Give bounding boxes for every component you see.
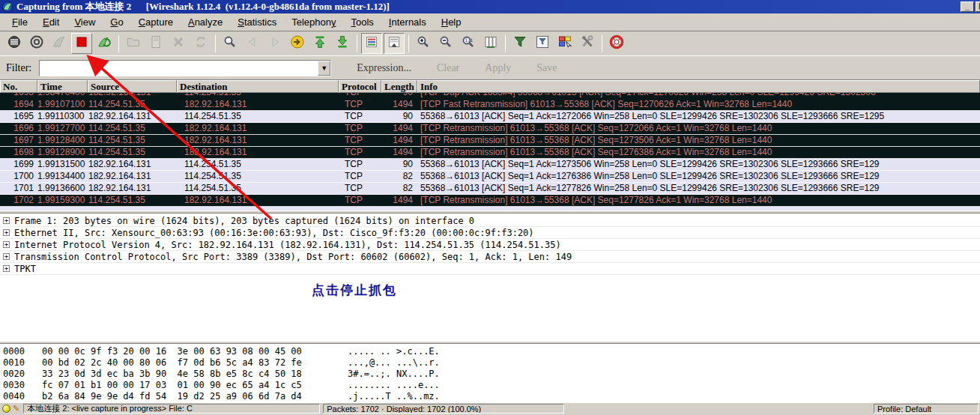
- packet-cell-time: 1.99136600: [37, 183, 88, 194]
- toolbar-separator: [505, 34, 506, 52]
- hex-row[interactable]: 002033 23 0d 3d ec ba 3b 90 4e 58 8b e5 …: [3, 369, 980, 380]
- stop-capture-button[interactable]: [71, 33, 92, 54]
- menu-item-go[interactable]: Go: [103, 14, 130, 30]
- hex-row[interactable]: 001000 bd 02 2c 40 00 80 06 f7 0d b6 5c …: [3, 357, 980, 369]
- menu-item-analyze[interactable]: Analyze: [181, 14, 230, 30]
- auto-scroll-icon: [387, 34, 402, 52]
- find-packet-button[interactable]: [220, 33, 241, 54]
- packet-cell-no: 1698: [0, 147, 37, 158]
- packet-cell-time: 1.99159300: [37, 195, 88, 206]
- packet-cell-len: 1494: [381, 147, 417, 158]
- reload-file-icon: [193, 34, 208, 52]
- packet-cell-dst: 182.92.164.131: [177, 147, 339, 158]
- expand-plus-icon[interactable]: +: [3, 253, 10, 260]
- capture-options-button[interactable]: [26, 33, 47, 54]
- capture-file-edit-icon[interactable]: ✎: [13, 405, 19, 413]
- packet-cell-proto: TCP: [339, 111, 381, 122]
- filter-input[interactable]: [40, 61, 318, 76]
- apply-button[interactable]: Apply: [485, 62, 511, 74]
- packet-row[interactable]: 17021.99159300114.254.51.35182.92.164.13…: [0, 195, 980, 207]
- expand-plus-icon[interactable]: +: [3, 265, 10, 272]
- packet-cell-proto: TCP: [339, 93, 381, 99]
- packet-cell-time: 1.99128900: [37, 147, 88, 158]
- capture-filters-button[interactable]: [509, 33, 530, 54]
- packet-row[interactable]: 16951.99110300182.92.164.131114.254.51.3…: [0, 111, 980, 123]
- maximize-button[interactable]: ❐: [976, 1, 980, 12]
- menu-item-internals[interactable]: Internals: [381, 14, 434, 30]
- hex-row[interactable]: 0030fc 07 01 b1 00 00 17 03 01 00 90 ec …: [3, 380, 980, 391]
- packet-cell-no: 1702: [0, 195, 37, 206]
- packet-cell-len: 90: [381, 159, 417, 170]
- packet-cell-time: 1.98470400: [37, 93, 88, 99]
- display-filters-button[interactable]: [532, 33, 553, 54]
- detail-tree-row[interactable]: +Ethernet II, Src: Xensourc_00:63:93 (00…: [0, 227, 980, 239]
- packet-cell-len: 90: [381, 111, 417, 122]
- go-bottom-button[interactable]: [332, 33, 353, 54]
- packet-row[interactable]: 16981.99128900114.254.51.35182.92.164.13…: [0, 147, 980, 159]
- menu-item-telephony[interactable]: Telephony: [284, 14, 343, 30]
- profile-text[interactable]: Profile: Default: [874, 404, 979, 414]
- column-header-destination[interactable]: Destination: [177, 80, 339, 93]
- detail-tree-row[interactable]: +Internet Protocol Version 4, Src: 182.9…: [0, 239, 980, 251]
- filter-label: Filter:: [6, 62, 31, 74]
- packet-row[interactable]: 16991.99131500182.92.164.131114.254.51.3…: [0, 159, 980, 171]
- menu-item-capture[interactable]: Capture: [131, 14, 181, 30]
- packet-cell-src: 182.92.164.131: [88, 183, 177, 194]
- packet-row[interactable]: 16971.99128400114.254.51.35182.92.164.13…: [0, 135, 980, 147]
- coloring-rules-button[interactable]: [554, 33, 575, 54]
- expand-plus-icon[interactable]: +: [3, 241, 10, 248]
- menu-item-view[interactable]: View: [67, 14, 103, 30]
- hex-ascii: ...,@... ...\..r.: [348, 357, 440, 369]
- packet-cell-proto: TCP: [339, 123, 381, 134]
- filter-dropdown-button[interactable]: ▼: [318, 61, 330, 76]
- zoom-actual-button[interactable]: 1:1: [458, 33, 479, 54]
- packet-row[interactable]: 16961.99127700114.254.51.35182.92.164.13…: [0, 123, 980, 135]
- save-button[interactable]: Save: [536, 62, 557, 74]
- detail-tree-row[interactable]: +Transmission Control Protocol, Src Port…: [0, 251, 980, 263]
- colorize-list-button[interactable]: [361, 33, 382, 54]
- menu-item-tools[interactable]: Tools: [344, 14, 381, 30]
- toolbar-separator: [408, 34, 409, 52]
- menu-item-help[interactable]: Help: [434, 14, 469, 30]
- expert-info-icon[interactable]: [2, 405, 10, 413]
- open-file-button: [123, 33, 144, 54]
- auto-scroll-button[interactable]: [384, 33, 405, 54]
- hex-row[interactable]: 0040b2 6a 84 9e 9e d4 fd 54 19 d2 25 a9 …: [3, 391, 980, 402]
- hex-row[interactable]: 000000 00 0c 9f f3 20 00 16 3e 00 63 93 …: [3, 346, 980, 357]
- column-header-time[interactable]: Time: [37, 80, 88, 93]
- list-interfaces-button[interactable]: [4, 33, 25, 54]
- go-top-button[interactable]: [309, 33, 330, 54]
- column-header-info[interactable]: Info: [417, 80, 980, 93]
- packet-row[interactable]: 17011.99136600182.92.164.131114.254.51.3…: [0, 183, 980, 195]
- menu-item-file[interactable]: File: [4, 14, 35, 30]
- zoom-in-button[interactable]: [413, 33, 434, 54]
- help-button[interactable]: [606, 33, 627, 54]
- packet-cell-src: 182.92.164.131: [88, 111, 177, 122]
- packet-count-text: Packets: 1702 · Displayed: 1702 (100.0%): [323, 404, 564, 414]
- packet-row[interactable]: 16931.98470400182.92.164.131114.254.51.3…: [0, 93, 980, 99]
- preferences-button[interactable]: [577, 33, 598, 54]
- clear-button[interactable]: Clear: [437, 62, 459, 74]
- column-header-source[interactable]: Source: [88, 80, 177, 93]
- minimize-button[interactable]: _: [961, 1, 974, 12]
- expand-plus-icon[interactable]: +: [3, 217, 10, 224]
- expand-plus-icon[interactable]: +: [3, 229, 10, 236]
- column-header-no[interactable]: No.: [0, 80, 37, 93]
- menu-item-edit[interactable]: Edit: [35, 14, 67, 30]
- expression-button[interactable]: Expression...: [357, 62, 411, 74]
- packet-cell-dst: 182.92.164.131: [177, 99, 339, 110]
- packet-cell-time: 1.99134400: [37, 171, 88, 182]
- column-header-length[interactable]: Length: [381, 80, 417, 93]
- zoom-out-button[interactable]: [435, 33, 456, 54]
- help-icon: [609, 34, 624, 52]
- goto-packet-button[interactable]: [287, 33, 308, 54]
- packet-row[interactable]: 16941.99107100114.254.51.35182.92.164.13…: [0, 99, 980, 111]
- reload-file-button: [190, 33, 211, 54]
- detail-tree-row[interactable]: +TPKT: [0, 263, 980, 275]
- column-header-protocol[interactable]: Protocol: [339, 80, 381, 93]
- detail-tree-row[interactable]: +Frame 1: 203 bytes on wire (1624 bits),…: [0, 215, 980, 227]
- menu-item-statistics[interactable]: Statistics: [230, 14, 284, 30]
- packet-row[interactable]: 17001.99134400182.92.164.131114.254.51.3…: [0, 171, 980, 183]
- restart-capture-button[interactable]: [94, 33, 115, 54]
- resize-columns-button[interactable]: [480, 33, 501, 54]
